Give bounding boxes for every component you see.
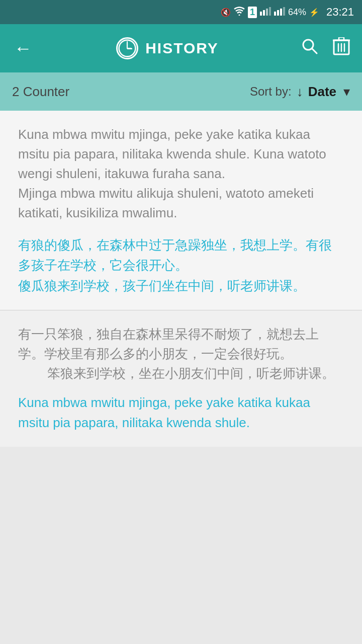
back-button[interactable]: ← <box>10 34 36 63</box>
sim-icon: 1 <box>248 7 257 18</box>
delete-button[interactable] <box>331 35 352 61</box>
app-bar: ← HISTORY <box>0 24 362 72</box>
svg-rect-4 <box>269 7 271 16</box>
signal2-icon <box>274 7 285 18</box>
svg-rect-2 <box>263 10 265 16</box>
svg-rect-8 <box>283 7 285 16</box>
status-time: 23:21 <box>326 6 354 19</box>
app-bar-title: HISTORY <box>145 40 219 57</box>
history-item-2[interactable]: 有一只笨狼，独自在森林里呆得不耐烦了，就想去上学。学校里有那么多的小朋友，一定会… <box>0 310 362 447</box>
svg-rect-1 <box>260 12 262 16</box>
translated-text-2: Kuna mbwa mwitu mjinga, peke yake katika… <box>18 392 344 433</box>
status-bar: 🔇 1 64% <box>0 0 362 24</box>
title-group: HISTORY <box>44 37 291 59</box>
action-icons <box>299 35 352 61</box>
svg-rect-3 <box>266 9 268 16</box>
battery-text: 64% <box>288 7 306 18</box>
history-item-1[interactable]: Kuna mbwa mwitu mjinga, peke yake katika… <box>0 111 362 310</box>
svg-rect-16 <box>339 37 344 40</box>
signal-icon <box>260 7 271 18</box>
svg-rect-6 <box>277 10 279 16</box>
svg-rect-5 <box>274 12 276 16</box>
battery-icon: ⚡ <box>309 8 319 17</box>
translated-text-1: 有狼的傻瓜，在森林中过于急躁独坐，我想上学。有很多孩子在学校，它会很开心。傻瓜狼… <box>18 235 344 296</box>
status-icons: 🔇 1 64% <box>221 6 354 19</box>
wifi-icon <box>234 7 245 18</box>
svg-point-0 <box>238 15 240 16</box>
history-counter: 2 Counter <box>12 84 250 100</box>
sort-label: Sort by: <box>250 85 292 99</box>
mute-icon: 🔇 <box>221 8 231 17</box>
history-list: Kuna mbwa mwitu mjinga, peke yake katika… <box>0 111 362 447</box>
original-text-2: 有一只笨狼，独自在森林里呆得不耐烦了，就想去上学。学校里有那么多的小朋友，一定会… <box>18 325 344 383</box>
sort-value: Date <box>308 84 336 100</box>
svg-point-9 <box>119 40 136 57</box>
sort-dropdown-icon[interactable]: ▾ <box>343 84 350 100</box>
search-button[interactable] <box>299 35 321 61</box>
sort-direction-icon: ↓ <box>297 84 303 100</box>
history-clock-icon <box>116 37 138 59</box>
sort-group[interactable]: Sort by: ↓ Date ▾ <box>250 84 350 100</box>
svg-rect-7 <box>280 9 282 16</box>
filter-bar: 2 Counter Sort by: ↓ Date ▾ <box>0 72 362 111</box>
original-text-1: Kuna mbwa mwitu mjinga, peke yake katika… <box>18 125 344 223</box>
svg-line-13 <box>312 48 317 53</box>
